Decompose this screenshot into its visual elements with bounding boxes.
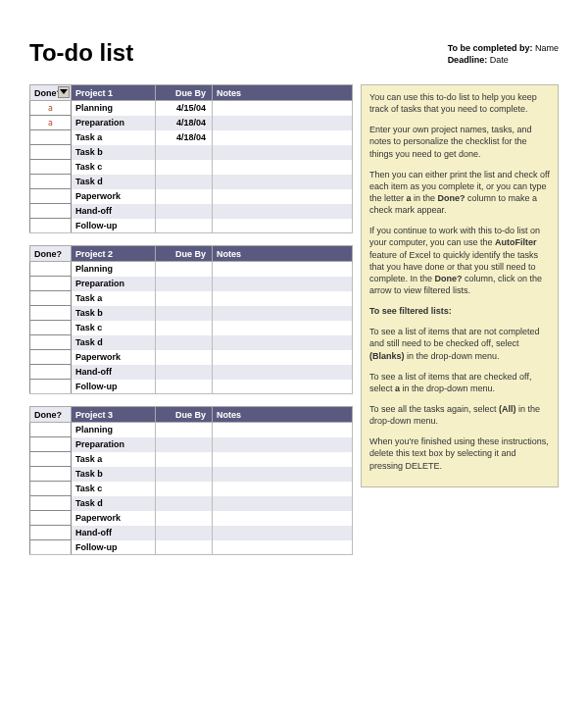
notes-cell[interactable]: [213, 321, 353, 335]
notes-cell[interactable]: [213, 160, 353, 175]
notes-cell[interactable]: [213, 189, 353, 204]
done-cell[interactable]: [30, 423, 72, 437]
task-cell[interactable]: Paperwork: [72, 189, 156, 204]
due-cell[interactable]: 4/18/04: [156, 116, 213, 130]
notes-cell[interactable]: [213, 350, 353, 365]
notes-cell[interactable]: [213, 365, 353, 380]
done-cell[interactable]: [30, 204, 72, 219]
done-header[interactable]: Done?: [30, 85, 72, 101]
notes-cell[interactable]: [213, 101, 353, 116]
done-cell[interactable]: [30, 306, 72, 321]
task-cell[interactable]: Follow-up: [72, 219, 156, 233]
done-cell[interactable]: [30, 467, 72, 482]
notes-cell[interactable]: [213, 496, 353, 511]
notes-cell[interactable]: [213, 204, 353, 219]
due-cell[interactable]: [156, 365, 213, 380]
done-cell[interactable]: a: [30, 116, 72, 130]
done-cell[interactable]: [30, 380, 72, 394]
done-cell[interactable]: [30, 321, 72, 335]
task-cell[interactable]: Task d: [72, 496, 156, 511]
filter-dropdown-icon[interactable]: [58, 86, 70, 98]
task-cell[interactable]: Task a: [72, 130, 156, 145]
task-cell[interactable]: Task c: [72, 482, 156, 496]
done-cell[interactable]: [30, 452, 72, 467]
task-cell[interactable]: Task c: [72, 321, 156, 335]
due-cell[interactable]: [156, 262, 213, 277]
notes-cell[interactable]: [213, 482, 353, 496]
done-cell[interactable]: [30, 350, 72, 365]
done-cell[interactable]: [30, 189, 72, 204]
due-cell[interactable]: [156, 467, 213, 482]
done-cell[interactable]: [30, 365, 72, 380]
due-cell[interactable]: [156, 482, 213, 496]
due-cell[interactable]: [156, 380, 213, 394]
done-cell[interactable]: [30, 160, 72, 175]
done-cell[interactable]: [30, 437, 72, 452]
due-cell[interactable]: [156, 175, 213, 189]
done-cell[interactable]: [30, 335, 72, 350]
task-cell[interactable]: Preparation: [72, 116, 156, 130]
done-cell[interactable]: [30, 277, 72, 291]
notes-cell[interactable]: [213, 145, 353, 160]
due-cell[interactable]: [156, 160, 213, 175]
task-cell[interactable]: Paperwork: [72, 511, 156, 526]
task-cell[interactable]: Task b: [72, 467, 156, 482]
due-cell[interactable]: [156, 277, 213, 291]
done-cell[interactable]: [30, 482, 72, 496]
task-cell[interactable]: Preparation: [72, 277, 156, 291]
task-cell[interactable]: Task b: [72, 145, 156, 160]
due-cell[interactable]: [156, 423, 213, 437]
due-cell[interactable]: [156, 496, 213, 511]
notes-cell[interactable]: [213, 262, 353, 277]
task-cell[interactable]: Paperwork: [72, 350, 156, 365]
notes-cell[interactable]: [213, 437, 353, 452]
task-cell[interactable]: Task a: [72, 452, 156, 467]
done-cell[interactable]: a: [30, 101, 72, 116]
due-cell[interactable]: [156, 540, 213, 555]
due-cell[interactable]: [156, 219, 213, 233]
notes-cell[interactable]: [213, 116, 353, 130]
done-cell[interactable]: [30, 219, 72, 233]
notes-cell[interactable]: [213, 423, 353, 437]
done-cell[interactable]: [30, 526, 72, 540]
notes-cell[interactable]: [213, 380, 353, 394]
due-cell[interactable]: [156, 189, 213, 204]
due-cell[interactable]: [156, 204, 213, 219]
task-cell[interactable]: Task c: [72, 160, 156, 175]
due-cell[interactable]: [156, 511, 213, 526]
done-cell[interactable]: [30, 511, 72, 526]
due-cell[interactable]: [156, 321, 213, 335]
task-cell[interactable]: Hand-off: [72, 204, 156, 219]
due-cell[interactable]: [156, 526, 213, 540]
notes-cell[interactable]: [213, 526, 353, 540]
notes-cell[interactable]: [213, 277, 353, 291]
due-cell[interactable]: [156, 306, 213, 321]
done-cell[interactable]: [30, 130, 72, 145]
done-cell[interactable]: [30, 291, 72, 306]
due-cell[interactable]: [156, 145, 213, 160]
task-cell[interactable]: Task b: [72, 306, 156, 321]
due-cell[interactable]: [156, 335, 213, 350]
done-cell[interactable]: [30, 145, 72, 160]
due-cell[interactable]: 4/18/04: [156, 130, 213, 145]
task-cell[interactable]: Follow-up: [72, 540, 156, 555]
notes-cell[interactable]: [213, 291, 353, 306]
notes-cell[interactable]: [213, 306, 353, 321]
due-cell[interactable]: [156, 350, 213, 365]
notes-cell[interactable]: [213, 452, 353, 467]
task-cell[interactable]: Preparation: [72, 437, 156, 452]
task-cell[interactable]: Planning: [72, 101, 156, 116]
task-cell[interactable]: Planning: [72, 423, 156, 437]
done-cell[interactable]: [30, 175, 72, 189]
done-cell[interactable]: [30, 540, 72, 555]
due-cell[interactable]: [156, 437, 213, 452]
due-cell[interactable]: 4/15/04: [156, 101, 213, 116]
due-cell[interactable]: [156, 452, 213, 467]
notes-cell[interactable]: [213, 335, 353, 350]
task-cell[interactable]: Task d: [72, 175, 156, 189]
task-cell[interactable]: Hand-off: [72, 365, 156, 380]
done-cell[interactable]: [30, 496, 72, 511]
task-cell[interactable]: Task d: [72, 335, 156, 350]
notes-cell[interactable]: [213, 511, 353, 526]
task-cell[interactable]: Planning: [72, 262, 156, 277]
